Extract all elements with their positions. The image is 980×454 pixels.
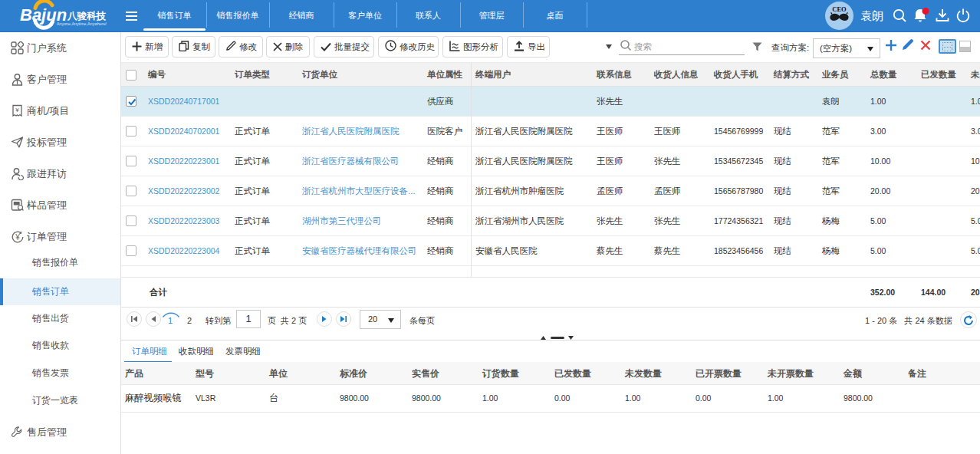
svg-text:¥: ¥ bbox=[15, 107, 19, 114]
svg-text:Anyone,Anytime,Anywhere!: Anyone,Anytime,Anywhere! bbox=[57, 21, 107, 26]
svg-text:八骏科技: 八骏科技 bbox=[67, 11, 107, 21]
svg-text:CEO: CEO bbox=[832, 5, 847, 13]
svg-text:¥: ¥ bbox=[15, 233, 20, 242]
